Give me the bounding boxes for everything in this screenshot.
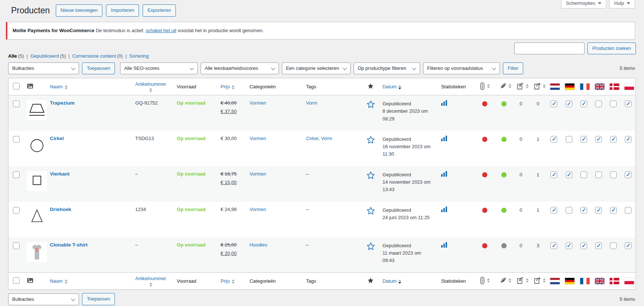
column-header-readability-icon[interactable] [499, 82, 511, 90]
product-category-link[interactable]: Vormen [249, 207, 266, 212]
product-category-link[interactable]: Hoodies [249, 242, 267, 248]
category-filter-select[interactable]: Een categorie selecteren [282, 62, 351, 74]
product-name-link[interactable]: Driehoek [50, 207, 71, 212]
column-header-seo-score-icon[interactable] [480, 82, 490, 90]
translation-checkbox-united-kingdom[interactable] [595, 101, 602, 107]
view-filter-gepubliceerd[interactable]: Gepubliceerd [30, 53, 59, 59]
translation-checkbox-poland[interactable] [625, 171, 631, 178]
export-button[interactable]: Exporteren [143, 4, 176, 17]
search-input[interactable] [514, 42, 585, 54]
translation-checkbox-germany[interactable] [566, 207, 572, 214]
product-image-link[interactable] [27, 207, 42, 227]
translation-checkbox-germany[interactable] [566, 101, 572, 107]
translation-checkbox-denmark[interactable] [610, 242, 617, 249]
translation-checkbox-netherlands[interactable] [551, 136, 557, 143]
row-select-checkbox[interactable] [13, 242, 20, 249]
column-header-sku[interactable]: Artikelnummer [135, 81, 166, 92]
translation-checkbox-france[interactable] [580, 136, 587, 143]
select-all-checkbox[interactable] [13, 277, 20, 284]
column-header-date[interactable]: Datum [382, 84, 401, 89]
translation-checkbox-poland[interactable] [625, 207, 631, 214]
translation-checkbox-germany[interactable] [566, 171, 572, 178]
apply-button-bottom[interactable]: Toepassen [82, 293, 115, 305]
column-header-seo-score-icon[interactable] [480, 277, 490, 285]
search-products-button[interactable]: Producten zoeken [587, 42, 636, 55]
product-stats-link[interactable] [441, 243, 447, 249]
product-name-link[interactable]: Cirkel [50, 136, 64, 141]
column-header-incoming-links-icon[interactable] [516, 82, 529, 90]
translation-checkbox-united-kingdom[interactable] [595, 207, 602, 214]
row-select-checkbox[interactable] [13, 171, 20, 178]
column-header-outgoing-links-icon[interactable] [533, 277, 546, 284]
seo-scores-filter-select[interactable]: Alle SEO-scores [120, 62, 198, 74]
row-select-checkbox[interactable] [13, 101, 20, 107]
row-select-checkbox[interactable] [13, 136, 20, 143]
bulk-actions-select-bottom[interactable]: Bulkacties [8, 293, 79, 305]
translation-checkbox-germany[interactable] [566, 136, 572, 143]
product-name-link[interactable]: Clonable T-shirt [50, 242, 88, 248]
translation-checkbox-france[interactable] [580, 207, 587, 214]
product-stats-link[interactable] [441, 101, 447, 107]
translation-checkbox-netherlands[interactable] [551, 207, 557, 214]
column-header-name[interactable]: Naam [50, 84, 68, 89]
product-name-link[interactable]: Trapezium [50, 100, 75, 106]
translation-checkbox-denmark[interactable] [610, 171, 617, 178]
translation-checkbox-poland[interactable] [625, 101, 631, 107]
translation-checkbox-poland[interactable] [625, 136, 631, 143]
stock-status-filter-select[interactable]: Filteren op voorraadstatus [423, 62, 500, 74]
column-header-sku[interactable]: Artikelnummer [135, 276, 166, 287]
view-filter-cornerstone-content[interactable]: Cornerstone content [72, 53, 116, 59]
product-category-link[interactable]: Vormen [249, 100, 266, 106]
translation-checkbox-denmark[interactable] [610, 136, 617, 143]
translation-checkbox-france[interactable] [580, 242, 587, 249]
bulk-actions-select[interactable]: Bulkacties [8, 62, 79, 74]
apply-button[interactable]: Toepassen [82, 62, 115, 75]
product-image-link[interactable]: C [27, 242, 42, 262]
translation-checkbox-netherlands[interactable] [551, 101, 557, 107]
featured-star-toggle[interactable] [367, 246, 375, 252]
select-all-checkbox[interactable] [13, 83, 20, 89]
column-header-price[interactable]: Prijs [221, 278, 235, 284]
product-tags-link[interactable]: Cirkel, Vorm [306, 136, 332, 141]
translation-checkbox-france[interactable] [580, 101, 587, 107]
column-header-price[interactable]: Prijs [221, 84, 235, 89]
translation-checkbox-germany[interactable] [566, 242, 572, 249]
product-image-link[interactable] [27, 171, 42, 191]
translation-checkbox-poland[interactable] [625, 242, 631, 249]
import-button[interactable]: Importeren [106, 4, 139, 17]
help-button[interactable]: Hulp [609, 0, 635, 8]
translation-checkbox-netherlands[interactable] [551, 171, 557, 178]
view-filter-alle[interactable]: Alle [8, 53, 17, 59]
column-header-readability-icon[interactable] [499, 277, 511, 284]
featured-star-toggle[interactable] [367, 211, 375, 216]
product-category-link[interactable]: Vormen [249, 171, 266, 177]
disable-test-mode-link[interactable]: schakel het uit [146, 28, 176, 33]
product-type-filter-select[interactable]: Op producttype filteren [354, 62, 420, 74]
screen-options-button[interactable]: Schermopties [561, 0, 606, 8]
translation-checkbox-united-kingdom[interactable] [595, 242, 602, 249]
row-select-checkbox[interactable] [13, 207, 20, 214]
product-stats-link[interactable] [441, 208, 447, 213]
product-image-link[interactable] [27, 136, 42, 156]
translation-checkbox-denmark[interactable] [610, 207, 617, 214]
translation-checkbox-united-kingdom[interactable] [595, 136, 602, 143]
product-category-link[interactable]: Vormen [249, 136, 266, 141]
featured-star-toggle[interactable] [367, 140, 375, 145]
featured-star-toggle[interactable] [367, 175, 375, 181]
column-header-name[interactable]: Naam [50, 278, 68, 284]
column-header-incoming-links-icon[interactable] [516, 277, 529, 284]
translation-checkbox-france[interactable] [580, 171, 587, 178]
translation-checkbox-denmark[interactable] [610, 101, 617, 107]
product-stats-link[interactable] [441, 137, 447, 142]
product-stats-link[interactable] [441, 172, 447, 178]
readability-scores-filter-select[interactable]: Alle leesbaarheidsscores [201, 62, 279, 74]
product-image-link[interactable] [27, 100, 42, 120]
product-name-link[interactable]: Vierkant [50, 171, 69, 177]
translation-checkbox-united-kingdom[interactable] [595, 171, 602, 178]
featured-star-toggle[interactable] [367, 104, 375, 110]
column-header-date[interactable]: Datum [382, 278, 401, 284]
translation-checkbox-netherlands[interactable] [551, 242, 557, 249]
product-tags-link[interactable]: Vorm [306, 100, 317, 106]
column-header-outgoing-links-icon[interactable] [533, 82, 546, 90]
view-filter-sortering[interactable]: Sortering [129, 53, 149, 59]
